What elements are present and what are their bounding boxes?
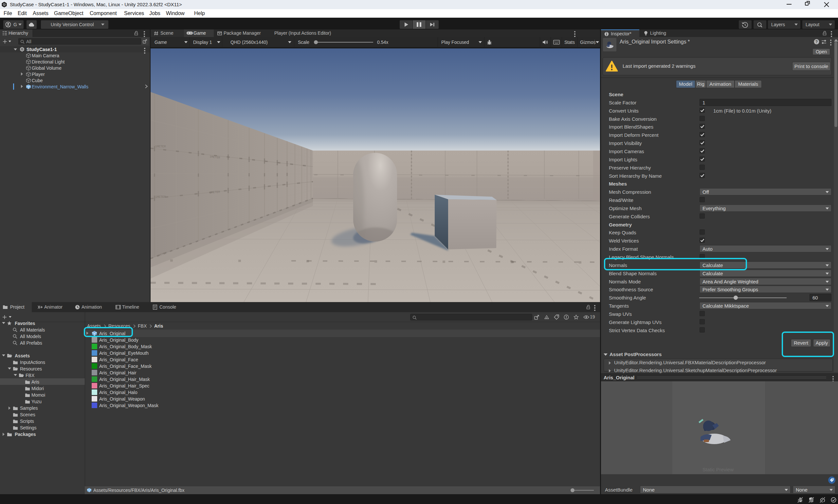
svg-text:1METER: 1METER	[155, 145, 166, 148]
svg-text:1METER: 1METER	[155, 195, 166, 199]
svg-text:?: ?	[816, 40, 818, 44]
